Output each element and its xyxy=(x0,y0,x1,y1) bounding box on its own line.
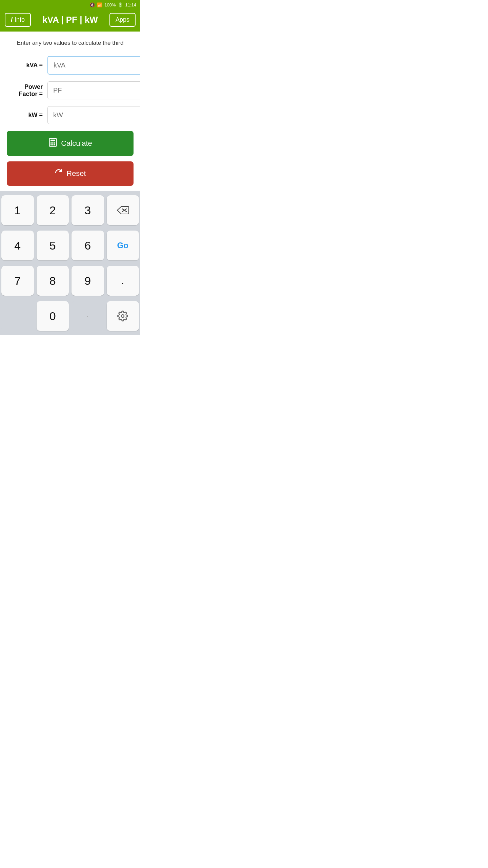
page-title: kVA | PF | kW xyxy=(42,15,98,25)
key-0[interactable]: 0 xyxy=(37,301,69,331)
svg-rect-7 xyxy=(54,144,56,145)
kw-label: kW = xyxy=(7,112,47,119)
time: 11:14 xyxy=(125,2,136,7)
key-settings[interactable] xyxy=(107,301,139,331)
kva-label: kVA = xyxy=(7,62,47,69)
battery-icon: 🔋 xyxy=(118,2,123,7)
svg-rect-3 xyxy=(52,142,54,144)
status-bar: 🔇 📶 100% 🔋 11:14 xyxy=(0,0,140,9)
reset-label: Reset xyxy=(66,169,86,178)
key-dot[interactable]: . xyxy=(107,266,139,296)
key-3[interactable]: 3 xyxy=(72,195,104,225)
signal-icon: 📶 xyxy=(97,2,102,7)
key-empty-right: • xyxy=(72,301,104,331)
key-1[interactable]: 1 xyxy=(1,195,34,225)
apps-label: Apps xyxy=(116,16,129,23)
svg-point-10 xyxy=(121,315,124,317)
key-7[interactable]: 7 xyxy=(1,266,34,296)
keyboard-row-1: 1 2 3 xyxy=(0,194,140,229)
header: i Info kVA | PF | kW Apps xyxy=(0,9,140,32)
calculator-icon xyxy=(48,138,58,149)
pf-row: PowerFactor = xyxy=(7,81,134,99)
mute-icon: 🔇 xyxy=(89,2,95,7)
calculate-label: Calculate xyxy=(61,139,92,148)
svg-rect-5 xyxy=(50,144,52,145)
key-4[interactable]: 4 xyxy=(1,231,34,260)
info-label: Info xyxy=(15,16,25,23)
key-8[interactable]: 8 xyxy=(37,266,69,296)
svg-rect-1 xyxy=(50,140,55,141)
key-go[interactable]: Go xyxy=(107,231,139,260)
key-6[interactable]: 6 xyxy=(72,231,104,260)
key-5[interactable]: 5 xyxy=(37,231,69,260)
main-content: Enter any two values to calculate the th… xyxy=(0,32,140,191)
svg-rect-2 xyxy=(50,142,52,144)
keyboard-row-4: 0 • xyxy=(0,300,140,335)
svg-rect-6 xyxy=(52,144,54,145)
pf-label: PowerFactor = xyxy=(7,83,47,98)
key-2[interactable]: 2 xyxy=(37,195,69,225)
apps-button[interactable]: Apps xyxy=(109,13,136,27)
key-backspace[interactable] xyxy=(107,195,139,225)
battery-percent: 100% xyxy=(104,2,116,7)
reset-button[interactable]: Reset xyxy=(7,161,134,186)
info-icon: i xyxy=(11,16,13,23)
svg-rect-4 xyxy=(54,142,56,144)
kw-row: kW = xyxy=(7,106,134,124)
pf-input[interactable] xyxy=(47,81,140,99)
key-9[interactable]: 9 xyxy=(72,266,104,296)
calculate-button[interactable]: Calculate xyxy=(7,131,134,156)
subtitle: Enter any two values to calculate the th… xyxy=(7,40,134,46)
kva-input[interactable] xyxy=(47,56,140,75)
keyboard-row-3: 7 8 9 . xyxy=(0,264,140,300)
kw-input[interactable] xyxy=(47,106,140,124)
kva-row: kVA = xyxy=(7,56,134,75)
keyboard-row-2: 4 5 6 Go xyxy=(0,229,140,264)
key-empty-left xyxy=(1,301,34,331)
reset-icon xyxy=(54,168,63,179)
info-button[interactable]: i Info xyxy=(5,13,31,27)
numeric-keyboard: 1 2 3 4 5 6 Go 7 8 9 . 0 • xyxy=(0,191,140,335)
